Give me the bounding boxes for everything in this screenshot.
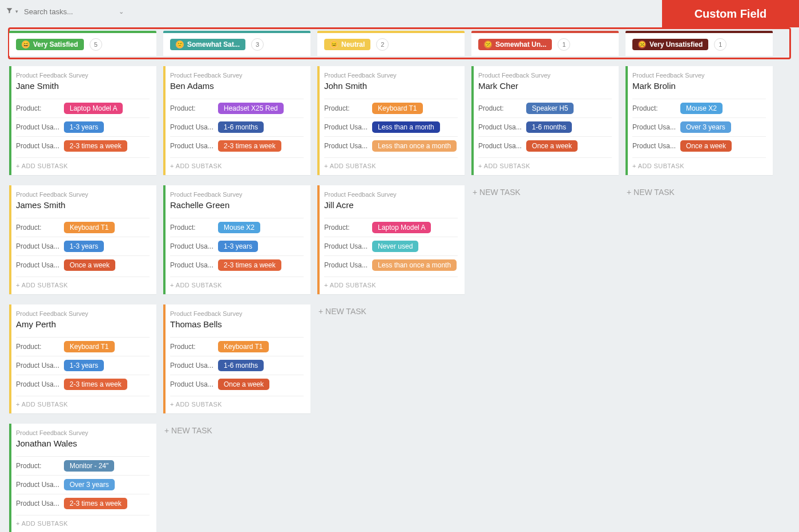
field-tag[interactable]: 1-6 months xyxy=(526,121,572,133)
field-row: Product:Laptop Model A xyxy=(324,218,458,237)
filter-toggle[interactable]: ▾ xyxy=(6,7,18,16)
column-header[interactable]: ☹️Very Unsatisfied1 xyxy=(626,33,773,56)
status-pill[interactable]: 🙂Somewhat Sat... xyxy=(170,39,245,50)
add-subtask-button[interactable]: + ADD SUBTASK xyxy=(170,277,304,289)
task-card[interactable]: Product Feedback SurveyMark BrolinProduc… xyxy=(626,66,773,175)
add-subtask-button[interactable]: + ADD SUBTASK xyxy=(324,277,458,289)
field-tag[interactable]: Once a week xyxy=(64,259,115,271)
field-tag[interactable]: 2-3 times a week xyxy=(64,379,127,390)
card-folder-label: Product Feedback Survey xyxy=(478,72,612,79)
field-row: Product:Keyboard T1 xyxy=(324,99,458,117)
status-pill[interactable]: 😄Very Satisfied xyxy=(16,39,84,50)
field-tag[interactable]: Keyboard T1 xyxy=(218,341,269,352)
field-label: Product Usa... xyxy=(170,142,215,150)
column-accent xyxy=(163,31,310,33)
field-tag[interactable]: 2-3 times a week xyxy=(64,140,127,152)
task-card[interactable]: Product Feedback SurveyRachelle GreenPro… xyxy=(163,185,310,294)
field-tag[interactable]: Mouse X2 xyxy=(218,222,260,233)
field-label: Product: xyxy=(478,104,523,112)
add-subtask-button[interactable]: + ADD SUBTASK xyxy=(478,157,612,169)
task-card[interactable]: Product Feedback SurveyBen AdamsProduct:… xyxy=(163,66,310,175)
field-tag[interactable]: Once a week xyxy=(218,379,269,390)
new-task-button[interactable]: + NEW TASK xyxy=(626,185,773,199)
field-row: Product Usa...Less than once a month xyxy=(324,255,458,274)
field-tag[interactable]: Once a week xyxy=(526,140,578,152)
task-card[interactable]: Product Feedback SurveyJane SmithProduct… xyxy=(9,66,156,175)
search-input[interactable] xyxy=(24,7,115,16)
status-pill[interactable]: 😐Neutral xyxy=(324,39,370,50)
field-row: Product:Monitor - 24" xyxy=(16,456,150,475)
task-card[interactable]: Product Feedback SurveyJill AcreProduct:… xyxy=(317,185,465,294)
field-tag[interactable]: Keyboard T1 xyxy=(64,341,115,352)
field-tag[interactable]: 2-3 times a week xyxy=(218,140,281,152)
field-tag[interactable]: 1-6 months xyxy=(218,360,264,371)
field-tag[interactable]: Over 3 years xyxy=(680,121,731,133)
add-subtask-button[interactable]: + ADD SUBTASK xyxy=(16,396,150,408)
add-subtask-button[interactable]: + ADD SUBTASK xyxy=(16,157,150,169)
field-tag[interactable]: Mouse X2 xyxy=(680,103,723,114)
field-tag[interactable]: Once a week xyxy=(680,140,732,152)
field-tag[interactable]: Laptop Model A xyxy=(372,222,431,233)
card-accent xyxy=(626,66,628,175)
add-subtask-button[interactable]: + ADD SUBTASK xyxy=(170,157,304,169)
task-card[interactable]: Product Feedback SurveyThomas BellsProdu… xyxy=(163,304,310,413)
status-pill[interactable]: ☹️Very Unsatisfied xyxy=(632,39,708,50)
status-pill[interactable]: 😕Somewhat Un... xyxy=(478,39,552,50)
column-header[interactable]: 😄Very Satisfied5 xyxy=(9,33,156,56)
field-tag[interactable]: 2-3 times a week xyxy=(218,259,281,271)
column-count-badge: 3 xyxy=(251,38,264,51)
card-title: James Smith xyxy=(16,200,150,210)
filter-icon xyxy=(6,7,13,16)
new-task-button[interactable]: + NEW TASK xyxy=(471,185,619,199)
field-label: Product Usa... xyxy=(170,242,215,250)
field-tag[interactable]: Keyboard T1 xyxy=(64,222,115,233)
field-tag[interactable]: Monitor - 24" xyxy=(64,460,114,472)
add-subtask-button[interactable]: + ADD SUBTASK xyxy=(16,515,150,527)
field-label: Product Usa... xyxy=(478,142,523,150)
field-tag[interactable]: Headset X25 Red xyxy=(218,103,284,114)
field-row: Product Usa...2-3 times a week xyxy=(170,255,304,274)
new-task-button[interactable]: + NEW TASK xyxy=(317,304,465,318)
status-emoji-icon: 😄 xyxy=(22,40,30,48)
add-subtask-button[interactable]: + ADD SUBTASK xyxy=(170,396,304,408)
column-header[interactable]: 😐Neutral2 xyxy=(317,33,465,56)
card-folder-label: Product Feedback Survey xyxy=(324,72,458,79)
custom-field-button[interactable]: Custom Field xyxy=(662,0,799,27)
field-tag[interactable]: 1-6 months xyxy=(218,121,264,133)
field-tag[interactable]: Keyboard T1 xyxy=(372,103,423,114)
add-subtask-button[interactable]: + ADD SUBTASK xyxy=(16,277,150,289)
column-header[interactable]: 🙂Somewhat Sat...3 xyxy=(163,33,310,56)
add-subtask-button[interactable]: + ADD SUBTASK xyxy=(324,157,458,169)
task-card[interactable]: Product Feedback SurveyMark CherProduct:… xyxy=(471,66,619,175)
card-title: Rachelle Green xyxy=(170,200,304,210)
task-card[interactable]: Product Feedback SurveyAmy PerthProduct:… xyxy=(9,304,156,413)
field-row: Product Usa...1-3 years xyxy=(170,237,304,255)
field-tag[interactable]: Less than once a month xyxy=(372,259,457,271)
add-subtask-button[interactable]: + ADD SUBTASK xyxy=(632,157,766,169)
column-header[interactable]: 😕Somewhat Un...1 xyxy=(471,33,619,56)
field-tag[interactable]: 1-3 years xyxy=(218,241,258,252)
field-tag[interactable]: 1-3 years xyxy=(64,121,104,133)
task-card[interactable]: Product Feedback SurveyJonathan WalesPro… xyxy=(9,424,156,532)
caret-down-icon: ▾ xyxy=(15,9,18,14)
column-neutral: 😐Neutral2Product Feedback SurveyJohn Smi… xyxy=(317,33,465,318)
field-row: Product Usa...2-3 times a week xyxy=(16,136,150,155)
status-label: Very Satisfied xyxy=(33,40,78,48)
field-tag[interactable]: Speaker H5 xyxy=(526,103,574,114)
field-row: Product Usa...Once a week xyxy=(632,136,766,155)
field-label: Product Usa... xyxy=(16,261,60,269)
field-tag[interactable]: 1-3 years xyxy=(64,241,104,252)
field-tag[interactable]: Less than once a month xyxy=(372,140,457,152)
search-caret-icon[interactable]: ⌄ xyxy=(119,8,124,15)
field-tag[interactable]: Laptop Model A xyxy=(64,103,123,114)
task-card[interactable]: Product Feedback SurveyJohn SmithProduct… xyxy=(317,66,465,175)
field-label: Product: xyxy=(170,104,215,112)
field-label: Product Usa... xyxy=(324,142,369,150)
field-tag[interactable]: 1-3 years xyxy=(64,360,104,371)
field-tag[interactable]: Over 3 years xyxy=(64,479,115,490)
field-tag[interactable]: Less than a month xyxy=(372,121,440,133)
field-tag[interactable]: 2-3 times a week xyxy=(64,498,127,509)
field-tag[interactable]: Never used xyxy=(372,241,418,252)
new-task-button[interactable]: + NEW TASK xyxy=(163,424,310,437)
task-card[interactable]: Product Feedback SurveyJames SmithProduc… xyxy=(9,185,156,294)
